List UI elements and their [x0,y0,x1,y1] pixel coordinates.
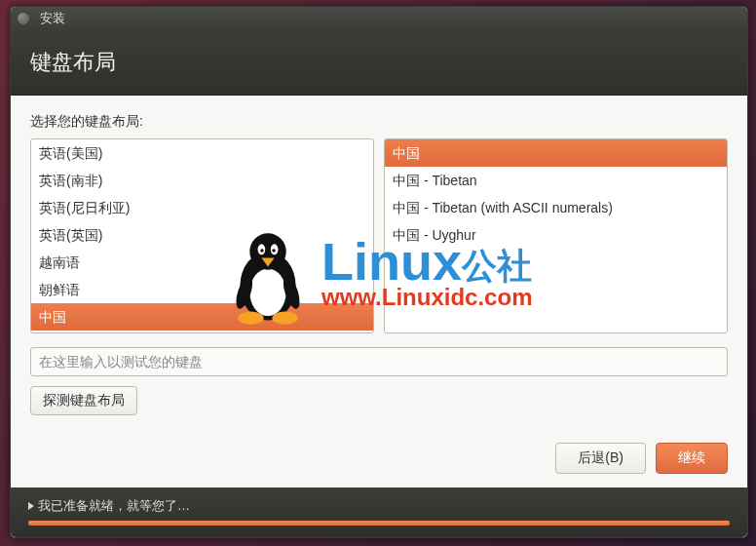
page-title: 键盘布局 [30,50,116,74]
list-item[interactable]: 中国 [385,139,727,167]
list-item[interactable]: 英语(美国) [31,139,373,167]
progress-bar [28,521,730,526]
installer-window: 安装 键盘布局 选择您的键盘布局: 英语(美国)英语(南非)英语(尼日利亚)英语… [10,6,748,538]
list-item[interactable]: 宗喀语 [31,331,373,333]
country-list[interactable]: 英语(美国)英语(南非)英语(尼日利亚)英语(英国)越南语朝鲜语中国宗喀语 [30,138,374,333]
continue-button[interactable]: 继续 [656,443,728,474]
test-keyboard-input[interactable] [30,347,728,376]
detect-layout-button[interactable]: 探测键盘布局 [30,386,137,415]
nav-buttons: 后退(B) 继续 [11,433,747,488]
variant-list[interactable]: 中国中国 - Tibetan中国 - Tibetan (with ASCII n… [384,138,728,333]
list-item[interactable]: 中国 - Uyghur [385,221,727,249]
list-item[interactable]: 英语(尼日利亚) [31,194,373,221]
list-item[interactable]: 中国 - Tibetan (with ASCII numerals) [385,194,727,221]
status-row[interactable]: 我已准备就绪，就等您了… [28,497,730,515]
footer: 我已准备就绪，就等您了… [11,488,747,537]
list-item[interactable]: 英语(英国) [31,221,373,249]
window-title: 安装 [40,10,65,27]
list-item[interactable]: 中国 [31,303,373,331]
list-item[interactable]: 越南语 [31,249,373,276]
titlebar[interactable]: 安装 [11,7,747,30]
progress-fill [28,521,730,526]
layout-prompt: 选择您的键盘布局: [30,113,728,131]
list-item[interactable]: 朝鲜语 [31,276,373,303]
status-text: 我已准备就绪，就等您了… [38,497,190,515]
expand-icon[interactable] [28,502,34,510]
close-icon[interactable] [17,12,30,25]
keyboard-lists: 英语(美国)英语(南非)英语(尼日利亚)英语(英国)越南语朝鲜语中国宗喀语 中国… [30,138,728,333]
back-button[interactable]: 后退(B) [555,443,646,474]
list-item[interactable]: 中国 - Tibetan [385,167,727,194]
page-header: 键盘布局 [11,30,747,96]
content-area: 选择您的键盘布局: 英语(美国)英语(南非)英语(尼日利亚)英语(英国)越南语朝… [11,96,747,433]
list-item[interactable]: 英语(南非) [31,167,373,194]
